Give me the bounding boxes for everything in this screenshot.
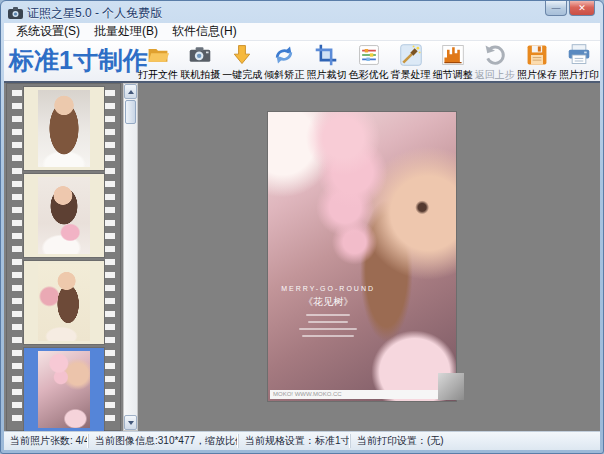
app-camera-icon	[8, 5, 23, 18]
tethered-capture-button[interactable]: 联机拍摄	[179, 41, 221, 81]
photo-preview-canvas[interactable]: Merry-Go-Round 《花见树》 MOKO! WWW.MOKO.CC	[268, 112, 456, 401]
title-bar: 证照之星5.0 - 个人免费版 — ✕	[1, 1, 603, 23]
sidebar-scrollbar[interactable]	[123, 83, 138, 431]
overlay-caption-line	[299, 328, 357, 330]
detail-adjust-button[interactable]: 细节调整	[432, 41, 474, 81]
scroll-up-button[interactable]	[124, 84, 137, 99]
rotate-arrows-icon	[271, 43, 297, 67]
photo-watermark: MOKO! WWW.MOKO.CC	[270, 390, 454, 399]
overlay-caption-line	[302, 335, 354, 337]
open-folder-icon	[145, 43, 171, 67]
undo-icon	[482, 43, 508, 67]
status-spec-setting: 当前规格设置：标准1寸	[238, 434, 350, 448]
magic-wand-icon	[398, 43, 424, 67]
arrow-down-icon	[128, 421, 134, 425]
open-file-button[interactable]: 打开文件	[137, 41, 179, 81]
save-photo-button[interactable]: 照片保存	[516, 41, 558, 81]
one-click-finish-button[interactable]: 一键完成	[221, 41, 263, 81]
histogram-icon	[440, 43, 466, 67]
film-strip	[6, 83, 121, 431]
thumbnail-sidebar	[6, 83, 138, 431]
mode-title: 标准1寸制作	[4, 41, 137, 81]
photo-overlay-title: Merry-Go-Round	[268, 285, 388, 292]
thumbnail-photo-3[interactable]	[24, 258, 104, 345]
toolbar: 标准1寸制作 打开文件 联机拍摄 一键完成	[4, 41, 600, 81]
status-print-setting: 当前打印设置：(无)	[350, 434, 600, 448]
status-bar: 当前照片张数: 4/4 当前图像信息:310*477，缩放比例 100% 当前规…	[4, 431, 600, 450]
color-optimize-button[interactable]: 色彩优化	[347, 41, 389, 81]
thumbnail-photo-2[interactable]	[24, 171, 104, 258]
arrow-up-icon	[128, 90, 134, 94]
scroll-down-button[interactable]	[124, 415, 137, 430]
scrollbar-thumb[interactable]	[125, 100, 136, 124]
menu-system-settings[interactable]: 系统设置(S)	[9, 22, 87, 41]
film-sprocket-holes	[105, 86, 115, 428]
crop-icon	[313, 43, 339, 67]
print-photo-button[interactable]: 照片打印	[558, 41, 600, 81]
background-process-button[interactable]: 背景处理	[390, 41, 432, 81]
thumbnail-photo-1[interactable]	[24, 84, 104, 171]
status-image-info: 当前图像信息:310*477，缩放比例 100%	[88, 434, 238, 448]
thumbnail-photo-4-selected[interactable]	[24, 345, 104, 432]
preview-photo-image	[268, 112, 456, 401]
menu-bar: 系统设置(S) 批量处理(B) 软件信息(H)	[4, 23, 600, 41]
overlay-caption-line	[306, 314, 350, 316]
photo-overlay-subtitle: 《花见树》	[268, 295, 388, 309]
menu-software-info[interactable]: 软件信息(H)	[165, 22, 244, 41]
status-photo-count: 当前照片张数: 4/4	[4, 434, 88, 448]
film-sprocket-holes	[12, 86, 22, 428]
crop-photo-button[interactable]: 照片裁切	[305, 41, 347, 81]
undo-step-button[interactable]: 返回上步	[474, 41, 516, 81]
one-click-arrow-icon	[229, 43, 255, 67]
minimize-button[interactable]: —	[545, 1, 567, 16]
save-icon	[524, 43, 550, 67]
workspace: Merry-Go-Round 《花见树》 MOKO! WWW.MOKO.CC	[4, 81, 600, 431]
tilt-correction-button[interactable]: 倾斜矫正	[263, 41, 305, 81]
menu-batch-process[interactable]: 批量处理(B)	[87, 22, 165, 41]
color-sliders-icon	[356, 43, 382, 67]
close-button[interactable]: ✕	[569, 1, 595, 16]
window-title: 证照之星5.0 - 个人免费版	[27, 5, 162, 22]
overlay-caption-line	[308, 321, 348, 323]
print-icon	[566, 43, 592, 67]
gray-overlay-box	[438, 373, 464, 400]
camera-icon	[187, 43, 213, 67]
app-window: 证照之星5.0 - 个人免费版 — ✕ 系统设置(S) 批量处理(B) 软件信息…	[0, 0, 604, 454]
